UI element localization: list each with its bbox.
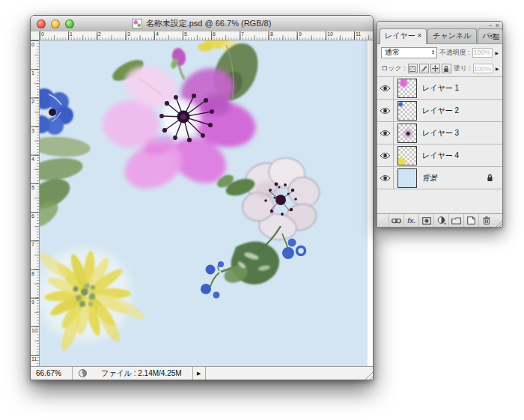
ruler-number: 2	[98, 31, 101, 37]
layer-name[interactable]: 背景	[422, 173, 437, 183]
visibility-toggle[interactable]	[377, 100, 394, 121]
brush-icon	[421, 65, 427, 72]
ruler-number: 11	[356, 31, 361, 37]
zoom-button[interactable]	[65, 19, 74, 28]
zoom-level-field[interactable]: 66.67%	[31, 367, 73, 380]
layer-thumbnail[interactable]	[397, 79, 417, 98]
link-layers-button[interactable]	[389, 214, 403, 227]
panel-minimize-button[interactable]: −	[488, 22, 492, 28]
layer-name[interactable]: レイヤー 1	[422, 83, 459, 94]
ruler-number: 9	[31, 299, 34, 305]
layer-mask-icon	[422, 217, 431, 225]
visibility-toggle[interactable]	[377, 77, 394, 99]
ruler-number: 9	[299, 31, 302, 37]
panel-menu-icon[interactable]	[488, 32, 500, 41]
ruler-number: 8	[270, 31, 273, 37]
window-controls	[31, 19, 74, 28]
ruler-number: 7	[31, 242, 34, 248]
layer-thumbnail[interactable]	[397, 168, 417, 188]
lock-transparency-button[interactable]	[408, 64, 418, 73]
ruler-vertical[interactable]: 0 1 2 3 4 5 6 7 8 9 10 11	[31, 40, 40, 367]
version-cue-status-icon[interactable]	[79, 369, 87, 377]
minimize-button[interactable]	[51, 19, 60, 28]
blend-mode-select[interactable]: 通常 ▲▼	[381, 47, 437, 58]
flower-bud	[170, 46, 188, 79]
opacity-field[interactable]: 100%	[472, 48, 493, 58]
eye-icon	[380, 107, 391, 115]
fx-icon: fx.	[407, 217, 415, 225]
lock-position-button[interactable]	[430, 64, 440, 73]
trash-icon	[483, 216, 490, 225]
ruler-number: 10	[327, 31, 333, 37]
new-layer-button[interactable]	[463, 214, 478, 227]
canvas-artwork[interactable]	[40, 40, 368, 367]
eye-icon	[380, 130, 391, 137]
lock-all-button[interactable]	[442, 64, 451, 73]
eye-icon	[380, 85, 391, 92]
padlock-icon	[443, 65, 449, 73]
blend-mode-value: 通常	[385, 47, 400, 58]
tab-layers[interactable]: レイヤー ×	[380, 28, 427, 44]
new-group-button[interactable]	[448, 214, 463, 227]
eye-icon	[380, 152, 391, 159]
document-window: 名称未設定.psd @ 66.7% (RGB/8) 0 1 2 3 4 5 6 …	[30, 15, 374, 380]
ruler-number: 11	[31, 356, 37, 362]
ruler-horizontal[interactable]: 0 1 2 3 4 5 6 7 8 9 10 11	[40, 31, 373, 40]
folder-icon	[451, 217, 461, 225]
status-bar: 66.67% ファイル : 2.14M/4.25M ▶	[31, 366, 373, 380]
layer-style-button[interactable]: fx.	[403, 214, 418, 227]
eye-icon	[380, 174, 391, 182]
panel-resize-grip[interactable]	[495, 219, 502, 227]
chain-link-icon	[392, 218, 401, 224]
layer-row-3[interactable]: レイヤー 3	[377, 122, 502, 144]
add-layer-mask-button[interactable]	[418, 214, 433, 227]
lock-pixels-button[interactable]	[419, 64, 429, 73]
panel-footer: fx.	[377, 213, 502, 227]
ruler-number: 3	[31, 128, 34, 134]
panel-close-button[interactable]: ×	[496, 22, 499, 28]
fill-field[interactable]: 100%	[473, 64, 493, 73]
delete-layer-button[interactable]	[478, 214, 493, 227]
adjustment-layer-button[interactable]	[433, 214, 448, 227]
new-layer-icon	[467, 216, 475, 225]
background-lock-icon	[487, 174, 493, 182]
layer-list: レイヤー 1 レイヤー 2 レイヤー 3 レイヤー 4	[377, 76, 502, 189]
leaves-left-edge	[40, 135, 91, 231]
visibility-toggle[interactable]	[377, 167, 394, 189]
layer-name[interactable]: レイヤー 3	[422, 128, 459, 139]
tab-channels[interactable]: チャンネル	[427, 28, 476, 43]
ruler-number: 5	[184, 31, 187, 37]
status-options-button[interactable]: ▶	[192, 367, 206, 380]
ruler-number: 2	[31, 99, 34, 105]
move-icon	[432, 65, 439, 72]
ruler-number: 1	[70, 31, 73, 37]
opacity-slider-arrow[interactable]: ▶	[495, 50, 499, 55]
window-title: 名称未設定.psd @ 66.7% (RGB/8)	[146, 18, 272, 29]
layer-row-background[interactable]: 背景	[377, 167, 502, 189]
layer-row-1[interactable]: レイヤー 1	[377, 76, 502, 100]
layer-thumbnail[interactable]	[397, 146, 417, 165]
title-bar[interactable]: 名称未設定.psd @ 66.7% (RGB/8)	[31, 16, 373, 32]
layer-thumbnail[interactable]	[397, 101, 417, 121]
fill-slider-arrow[interactable]: ▶	[496, 66, 499, 71]
visibility-toggle[interactable]	[377, 122, 394, 144]
layers-panel: − × レイヤー × チャンネル パス 通常 ▲▼ 不透明度 : 100% ▶ …	[377, 21, 503, 228]
ruler-number: 8	[31, 271, 34, 277]
layer-name[interactable]: レイヤー 4	[422, 150, 459, 161]
layer-name[interactable]: レイヤー 2	[422, 106, 459, 116]
file-size-info: ファイル : 2.14M/4.25M	[94, 368, 192, 379]
layer-thumbnail[interactable]	[397, 124, 417, 143]
opacity-label: 不透明度 :	[439, 48, 470, 58]
layer-row-2[interactable]: レイヤー 2	[377, 100, 502, 122]
select-updown-icon: ▲▼	[431, 49, 434, 55]
visibility-toggle[interactable]	[377, 144, 394, 166]
close-button[interactable]	[37, 19, 46, 28]
document-thumbnail-icon	[132, 19, 142, 28]
ruler-number: 4	[31, 156, 34, 162]
ruler-corner	[31, 31, 40, 40]
layer-list-empty-area	[377, 189, 502, 213]
yellow-chrysanthemum	[40, 249, 147, 353]
ruler-number: 4	[156, 31, 159, 37]
layer-row-4[interactable]: レイヤー 4	[377, 144, 502, 167]
ruler-number: 5	[31, 185, 34, 191]
